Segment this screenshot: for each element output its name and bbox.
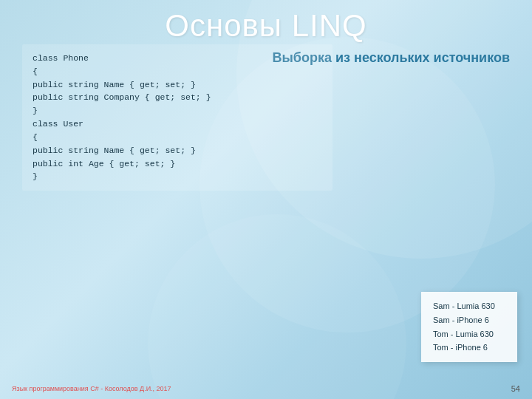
code-line-1: class Phone — [33, 52, 322, 65]
code-line-6: class User — [33, 117, 322, 131]
copyright-text: Язык программирования C# - Косолодов Д.И… — [12, 385, 171, 392]
results-box: Sam - Lumia 630 Sam - iPhone 6 Tom - Lum… — [421, 292, 517, 362]
slide: Основы LINQ Выборка из нескольких источн… — [0, 0, 532, 399]
code-line-4: public string Company { get; set; } — [33, 91, 322, 104]
footer: Язык программирования C# - Косолодов Д.И… — [0, 384, 532, 393]
code-line-8: public string Name { get; set; } — [33, 144, 322, 157]
code-line-5: } — [33, 104, 322, 117]
result-item-4: Tom - iPhone 6 — [433, 341, 505, 355]
result-item-2: Sam - iPhone 6 — [433, 313, 505, 327]
slide-number: 54 — [511, 384, 520, 393]
code-line-2: { — [33, 65, 322, 78]
result-item-3: Tom - Lumia 630 — [433, 327, 505, 341]
code-line-9: public int Age { get; set; } — [33, 157, 322, 171]
code-line-3: public string Name { get; set; } — [33, 78, 322, 92]
code-line-7: { — [33, 131, 322, 144]
code-line-10: } — [33, 170, 322, 183]
code-block: class Phone { public string Name { get; … — [22, 44, 332, 191]
result-item-1: Sam - Lumia 630 — [433, 299, 505, 313]
main-title: Основы LINQ — [165, 8, 366, 44]
